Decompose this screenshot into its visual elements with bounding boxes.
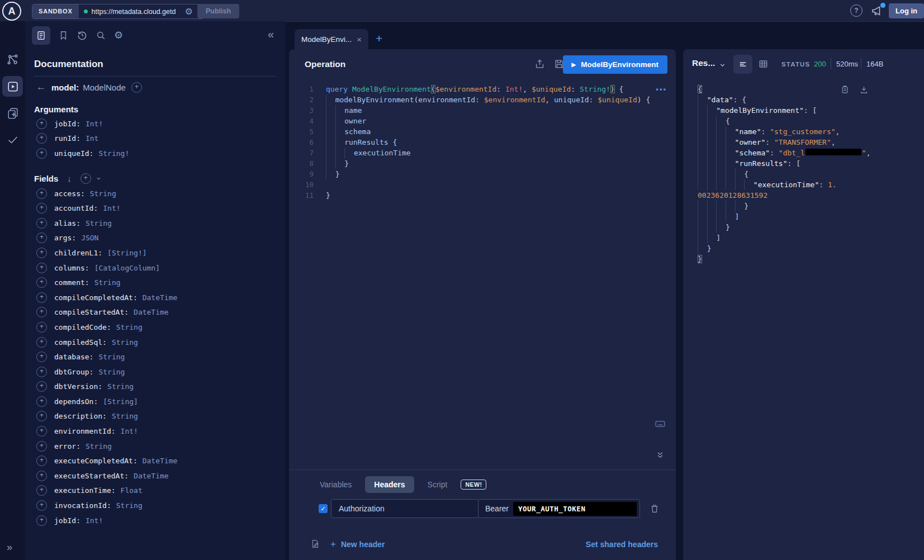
history-icon[interactable] [77, 30, 88, 41]
new-header-button[interactable]: + New header [330, 539, 385, 550]
field-type[interactable]: DateTime [143, 457, 178, 465]
field-name-link[interactable]: executeStartedAt: [54, 472, 129, 480]
field-type[interactable]: DateTime [143, 293, 178, 302]
field-name-link[interactable]: compiledCode: [54, 323, 111, 331]
query-editor[interactable]: 1query ModelByEnvironment($environmentId… [289, 84, 676, 201]
collapse-bottom-panel-icon[interactable] [656, 450, 665, 459]
checks-icon[interactable] [7, 134, 19, 146]
add-field-to-query-button[interactable]: + [36, 441, 47, 452]
add-field-to-query-button[interactable]: + [36, 381, 47, 392]
code-line[interactable]: 3name [289, 105, 676, 116]
code-line[interactable]: 1query ModelByEnvironment($environmentId… [289, 84, 676, 94]
code-line[interactable]: 9} [289, 169, 676, 179]
add-field-to-query-button[interactable]: + [36, 133, 47, 144]
field-type[interactable]: String [116, 323, 143, 331]
field-type[interactable]: String [112, 338, 138, 347]
field-type[interactable]: DateTime [134, 472, 169, 480]
add-field-to-query-button[interactable]: + [36, 277, 47, 288]
field-name-link[interactable]: jobId: [54, 516, 80, 525]
add-fields-button[interactable]: + [80, 173, 91, 184]
field-type[interactable]: String [107, 382, 134, 391]
field-type[interactable]: [CatalogColumn] [94, 264, 160, 272]
field-type[interactable]: String [116, 501, 143, 510]
field-name-link[interactable]: childrenL1: [54, 249, 102, 257]
field-name-link[interactable]: accountId: [54, 204, 98, 212]
keyboard-shortcuts-icon[interactable] [655, 418, 666, 429]
close-tab-icon[interactable]: × [357, 35, 362, 44]
explorer-settings-icon[interactable]: ⚙ [114, 29, 123, 42]
breadcrumb-type[interactable]: ModelNode [83, 83, 126, 92]
auth-token-value[interactable]: YOUR_AUTH_TOKEN [513, 502, 637, 516]
field-name-link[interactable]: columns: [54, 264, 89, 272]
add-field-to-query-button[interactable]: + [36, 203, 47, 213]
add-field-to-query-button[interactable]: + [36, 148, 47, 159]
run-operation-button[interactable]: ▶ ModelByEnvironment [563, 55, 667, 74]
add-field-to-query-button[interactable]: + [36, 455, 47, 466]
expand-rail-icon[interactable]: » [7, 542, 12, 553]
field-name-link[interactable]: database: [54, 353, 93, 361]
field-name-link[interactable]: comment: [54, 278, 89, 287]
tab-headers[interactable]: Headers [365, 476, 414, 493]
add-field-to-query-button[interactable]: + [36, 396, 47, 407]
field-name-link[interactable]: compileCompletedAt: [54, 293, 138, 302]
field-name-link[interactable]: dependsOn: [54, 397, 98, 406]
field-type[interactable]: JSON [81, 234, 98, 242]
operation-tab[interactable]: ModelByEnvi... × [295, 29, 368, 49]
add-field-to-query-button[interactable]: + [36, 471, 47, 481]
field-type[interactable]: Float [121, 486, 143, 495]
code-line[interactable]: 10 [289, 179, 676, 190]
field-name-link[interactable]: uniqueId: [54, 149, 93, 158]
header-value-input[interactable]: Bearer YOUR_AUTH_TOKEN [478, 499, 640, 518]
add-field-to-query-button[interactable]: + [36, 426, 47, 436]
code-line[interactable]: 5schema [289, 126, 676, 137]
code-line[interactable]: 6runResults { [289, 137, 676, 148]
field-name-link[interactable]: executeCompletedAt: [54, 457, 138, 465]
header-enabled-checkbox[interactable]: ✓ [319, 504, 328, 513]
explorer-tab-active[interactable] [2, 76, 23, 97]
connection-settings-icon[interactable]: ⚙ [185, 4, 193, 18]
set-shared-headers-link[interactable]: Set shared headers [586, 540, 658, 549]
add-field-to-query-button[interactable]: + [36, 485, 47, 496]
code-line[interactable]: 7executionTime [289, 148, 676, 158]
add-field-to-query-button[interactable]: + [36, 307, 47, 317]
response-menu-chevron-icon[interactable] [719, 61, 726, 69]
delete-header-icon[interactable] [650, 504, 660, 514]
field-name-link[interactable]: dbtGroup: [54, 368, 93, 376]
back-arrow-icon[interactable]: ← [36, 82, 46, 93]
table-view-toggle[interactable] [758, 59, 769, 69]
tree-view-toggle-active[interactable] [733, 55, 752, 74]
field-type[interactable]: DateTime [134, 308, 169, 316]
field-type[interactable]: String [90, 189, 116, 198]
header-name-input[interactable]: Authorization [331, 499, 479, 518]
field-name-link[interactable]: jobId: [54, 120, 80, 128]
code-line[interactable]: 4owner [289, 116, 676, 126]
help-icon[interactable]: ? [850, 4, 863, 17]
response-title[interactable]: Res... [692, 58, 715, 68]
add-field-to-query-button[interactable]: + [36, 292, 47, 303]
add-field-to-query-button[interactable]: + [36, 232, 47, 243]
field-name-link[interactable]: description: [54, 412, 107, 420]
tab-script[interactable]: Script [428, 480, 448, 489]
add-field-to-query-button[interactable]: + [36, 337, 47, 348]
field-type[interactable]: String [86, 442, 112, 450]
code-line[interactable]: 8} [289, 158, 676, 169]
publish-button[interactable]: Publish [197, 4, 239, 18]
field-name-link[interactable]: args: [54, 234, 76, 242]
field-type[interactable]: String [86, 219, 112, 227]
field-name-link[interactable]: dbtVersion: [54, 382, 102, 391]
field-type[interactable]: Int [86, 134, 98, 143]
field-name-link[interactable]: compiledSql: [54, 338, 107, 347]
field-type[interactable]: String [112, 412, 138, 420]
field-type[interactable]: Int! [86, 120, 103, 128]
add-field-to-query-button[interactable]: + [36, 322, 47, 333]
add-field-to-query-button[interactable]: + [36, 411, 47, 421]
chevron-down-icon[interactable] [96, 175, 102, 182]
field-type[interactable]: Int! [121, 427, 138, 435]
share-icon[interactable] [534, 59, 545, 69]
field-type[interactable]: Int! [86, 516, 103, 525]
field-type[interactable]: String! [98, 149, 129, 158]
sort-fields-icon[interactable]: ↓ [67, 174, 72, 183]
add-field-to-query-button[interactable]: + [36, 367, 47, 377]
add-field-to-query-button[interactable]: + [36, 515, 47, 526]
field-name-link[interactable]: executionTime: [54, 486, 116, 495]
